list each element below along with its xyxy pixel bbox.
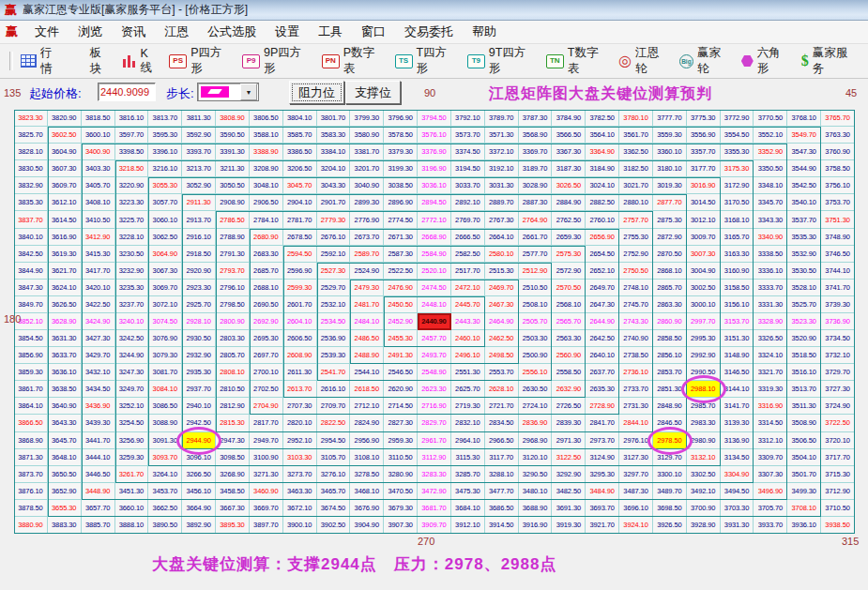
grid-cell: 2469.70 bbox=[485, 280, 519, 296]
start-price-input[interactable] bbox=[98, 83, 156, 101]
menu-item-5[interactable]: 设置 bbox=[266, 21, 309, 43]
grid-cell: 3304.90 bbox=[721, 466, 754, 483]
grid-cell: 2515.30 bbox=[485, 263, 519, 280]
grid-cell: 2613.70 bbox=[283, 381, 317, 398]
grid-cell: 3240.10 bbox=[115, 313, 149, 330]
grid-cell: 3561.70 bbox=[619, 127, 653, 144]
toolbar-p-square[interactable]: PSP四方形 bbox=[169, 45, 232, 77]
grid-cell: 3230.50 bbox=[115, 246, 149, 263]
toolbar-separator bbox=[9, 52, 13, 70]
toolbar-9p-square[interactable]: P99P四方形 bbox=[242, 45, 312, 77]
toolbar-winner-service[interactable]: $赢家服务 bbox=[801, 45, 858, 77]
grid-cell: 3662.50 bbox=[148, 500, 182, 517]
grid-cell: 3763.30 bbox=[821, 127, 855, 144]
grid-cell: 3067.30 bbox=[148, 263, 182, 280]
grid-cell: 3201.70 bbox=[350, 160, 384, 177]
menu-item-7[interactable]: 窗口 bbox=[352, 21, 395, 43]
grid-cell: 3571.30 bbox=[485, 127, 519, 144]
grid-cell: 3266.50 bbox=[182, 466, 216, 483]
grid-cell: 2841.70 bbox=[586, 415, 619, 431]
grid-cell: 2755.30 bbox=[619, 229, 653, 246]
toolbar-sectors[interactable]: 板块 bbox=[73, 45, 113, 77]
grid-cell: 3703.30 bbox=[721, 500, 754, 517]
toolbar-t-number-table[interactable]: TNT数字表 bbox=[546, 45, 608, 77]
grid-cell: 2472.10 bbox=[451, 280, 485, 296]
menu-item-8[interactable]: 交易委托 bbox=[395, 21, 463, 43]
banner-text: 江恩矩阵图大盘关键位测算预判 bbox=[489, 84, 712, 104]
grid-cell: 3153.70 bbox=[721, 313, 754, 330]
grid-cell: 3900.10 bbox=[283, 517, 317, 534]
menu-item-0[interactable]: 文件 bbox=[25, 21, 69, 43]
grid-cell: 2707.30 bbox=[283, 398, 317, 415]
grid-cell: 3816.10 bbox=[115, 110, 149, 127]
resistance-button[interactable]: 阻力位 bbox=[289, 81, 344, 104]
toolbar-hexagon[interactable]: 六角形 bbox=[741, 45, 791, 77]
grid-cell: 3554.50 bbox=[721, 127, 754, 144]
toolbar-quotes[interactable]: 行情 bbox=[21, 45, 63, 77]
angle-label-45: 45 bbox=[845, 87, 857, 98]
grid-cell: 2952.10 bbox=[283, 432, 317, 449]
menu-bar-items: 文件浏览资讯江恩公式选股设置工具窗口交易委托帮助 bbox=[25, 21, 506, 43]
toolbar-p-number-table[interactable]: PNP数字表 bbox=[322, 45, 385, 77]
grid-cell: 2628.10 bbox=[485, 381, 519, 398]
grid-cell: 2959.30 bbox=[384, 432, 418, 449]
grid-cell: 3187.30 bbox=[552, 160, 586, 177]
toolbar-9t-square[interactable]: T99T四方形 bbox=[467, 45, 536, 77]
menu-item-3[interactable]: 江恩 bbox=[155, 21, 198, 43]
toolbar-t-square[interactable]: TST四方形 bbox=[395, 45, 457, 77]
step-style-dropdown[interactable]: ▼ bbox=[197, 83, 259, 101]
grid-cell: 2527.30 bbox=[317, 263, 351, 280]
grid-cell: 2940.10 bbox=[182, 398, 216, 415]
grid-cell: 3242.50 bbox=[115, 330, 149, 347]
grid-cell: 3700.90 bbox=[687, 500, 721, 517]
grid-cell: 3132.10 bbox=[687, 449, 721, 466]
grid-cell: 3069.70 bbox=[148, 280, 182, 296]
grid-cell: 2964.10 bbox=[451, 432, 485, 449]
toolbar-label: 板块 bbox=[90, 45, 113, 77]
grid-cell: 3883.30 bbox=[48, 517, 82, 534]
grid-cell: 2992.90 bbox=[687, 347, 721, 364]
chevron-down-icon[interactable]: ▼ bbox=[240, 83, 257, 100]
support-button[interactable]: 支撑位 bbox=[345, 81, 401, 104]
grid-cell: 2973.70 bbox=[586, 432, 619, 449]
grid-cell: 3146.50 bbox=[721, 364, 754, 381]
menu-item-6[interactable]: 工具 bbox=[309, 21, 352, 43]
grid-cell: 3504.10 bbox=[787, 449, 821, 466]
grid-cell: 3319.30 bbox=[754, 381, 787, 398]
grid-cell: 2995.30 bbox=[687, 330, 721, 347]
grid-cell: 2640.10 bbox=[586, 347, 619, 364]
menu-item-1[interactable]: 浏览 bbox=[69, 21, 112, 43]
grid-cell: 2558.50 bbox=[552, 364, 586, 381]
grid-cell: 2683.30 bbox=[250, 246, 283, 263]
grid-cell: 2781.70 bbox=[283, 211, 317, 228]
grid-cell: 3062.50 bbox=[148, 229, 182, 246]
grid-cell: 3048.10 bbox=[250, 177, 283, 194]
app-logo-icon: 赢 bbox=[5, 4, 17, 16]
grid-cell: 3288.10 bbox=[485, 466, 519, 483]
grid-cell: 2966.50 bbox=[485, 432, 519, 449]
toolbar-gann-wheel[interactable]: ◎江恩轮 bbox=[618, 45, 669, 77]
menu-item-2[interactable]: 资讯 bbox=[112, 21, 155, 43]
grid-cell: 3156.10 bbox=[721, 296, 754, 313]
grid-cell: 3715.30 bbox=[821, 466, 855, 483]
menu-item-9[interactable]: 帮助 bbox=[463, 21, 506, 43]
grid-cell: 2820.10 bbox=[283, 415, 317, 431]
toolbar-label: P数字表 bbox=[343, 45, 385, 77]
grid-cell: 2649.70 bbox=[586, 280, 619, 296]
grid-cell: 3343.30 bbox=[754, 211, 787, 228]
grid-cell: 3585.70 bbox=[283, 127, 317, 144]
grid-cell: 2541.70 bbox=[317, 364, 351, 381]
grid-cell: 3460.90 bbox=[250, 483, 283, 500]
grid-cell: 2944.90 bbox=[182, 432, 216, 449]
grid-cell: 3031.30 bbox=[485, 177, 519, 194]
p-number-table-badge-icon: PN bbox=[322, 54, 340, 68]
grid-cell: 3456.10 bbox=[182, 483, 216, 500]
grid-cell: 3237.70 bbox=[115, 296, 149, 313]
toolbar-kline[interactable]: K线 bbox=[122, 47, 159, 76]
menu-item-4[interactable]: 公式选股 bbox=[198, 21, 266, 43]
grid-cell: 2587.30 bbox=[384, 246, 418, 263]
grid-cell: 2887.30 bbox=[519, 194, 553, 211]
toolbar-winner-wheel[interactable]: Big赢家轮 bbox=[679, 45, 731, 77]
grid-cell: 3734.50 bbox=[821, 330, 855, 347]
grid-cell: 2704.90 bbox=[250, 398, 283, 415]
